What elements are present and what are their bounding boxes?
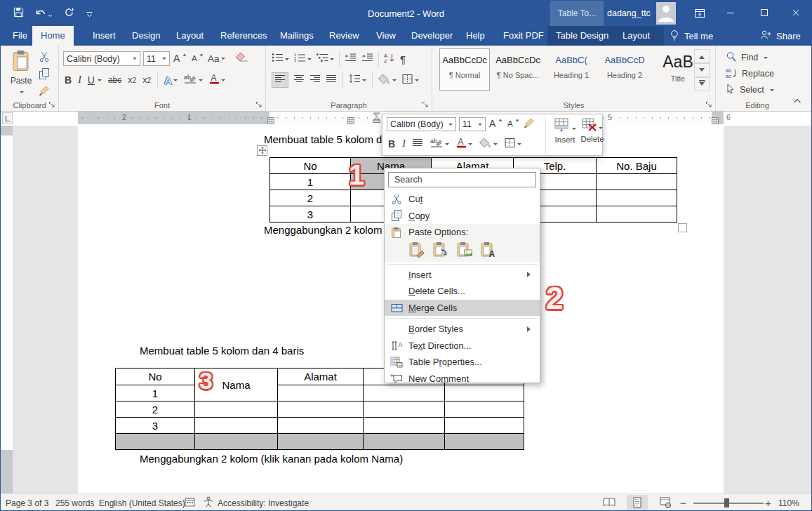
mini-bold-button[interactable]: B (388, 138, 395, 150)
menu-item-cut[interactable]: Cut (385, 191, 540, 208)
table-cell[interactable] (597, 174, 677, 190)
copy-button[interactable] (39, 68, 50, 82)
mini-justify-button[interactable] (413, 138, 423, 150)
zoom-out-button[interactable]: − (680, 494, 686, 511)
redo-button[interactable] (64, 7, 74, 20)
style-heading-2[interactable]: AaBbCcDHeading 2 (599, 48, 650, 91)
mini-grow-font-button[interactable]: A (488, 117, 504, 131)
zoom-slider-thumb[interactable] (724, 498, 729, 507)
highlight-button[interactable]: ab (184, 73, 203, 87)
table-cell[interactable]: 1 (270, 174, 351, 190)
maximize-button[interactable] (750, 1, 779, 26)
styles-more-button[interactable] (694, 77, 710, 91)
bold-button[interactable]: B (65, 74, 72, 86)
table-cell[interactable] (278, 418, 364, 434)
shading-button[interactable] (378, 74, 397, 87)
mini-font-size-combo[interactable]: 11 (459, 117, 486, 131)
table-cell[interactable]: 3 (116, 418, 195, 434)
justify-button[interactable] (326, 74, 337, 86)
font-color-button[interactable]: A (209, 73, 225, 87)
table-header-cell[interactable]: No (270, 158, 351, 174)
page-indicator[interactable]: Page 3 of 3 (6, 494, 48, 511)
show-hide-marks-button[interactable]: ¶ (400, 53, 406, 65)
table-header-cell[interactable]: Alamat (278, 369, 364, 385)
vertical-ruler[interactable] (1, 126, 13, 493)
strikethrough-button[interactable]: abc (108, 75, 121, 85)
paste-option-merge-formatting[interactable] (432, 242, 451, 260)
grow-font-button[interactable]: A (173, 52, 188, 66)
menu-item-text-direction[interactable]: AText Direction... (385, 338, 540, 354)
web-layout-button[interactable] (655, 495, 676, 511)
doc-caption-2[interactable]: Menggabungkan 2 kolom (klik kanan pada k… (140, 453, 403, 465)
tab-developer[interactable]: Developer (411, 26, 453, 46)
sort-button[interactable]: AZ (384, 53, 395, 66)
table-header-cell[interactable]: No. Baju (597, 158, 677, 174)
increase-indent-button[interactable] (361, 53, 373, 65)
text-effects-button[interactable]: A (164, 74, 171, 86)
language-indicator[interactable]: English (United States) (99, 494, 185, 511)
share-button[interactable]: Share (760, 26, 801, 46)
style-no-spac[interactable]: AaBbCcDc¶ No Spac... (493, 48, 543, 91)
tab-review[interactable]: Review (329, 26, 359, 46)
tab-mailings[interactable]: Mailings (280, 26, 314, 46)
tab-references[interactable]: References (220, 26, 267, 46)
tab-home[interactable]: Home (32, 26, 74, 46)
ribbon-display-options-button[interactable] (694, 8, 705, 22)
paste-button[interactable]: Paste (8, 50, 34, 98)
tell-me-box[interactable]: Tell me (670, 26, 713, 46)
menu-item-delete-cells[interactable]: Delete Cells... (385, 283, 540, 300)
tab-table-design-contextual[interactable]: Table Design (556, 26, 608, 46)
table-cell[interactable]: 2 (116, 401, 195, 418)
numbering-button[interactable]: 123 (294, 53, 312, 65)
menu-item-copy[interactable]: Copy (385, 208, 540, 225)
menu-item-border-styles[interactable]: Border Styles (385, 321, 540, 338)
mini-font-name-combo[interactable]: Calibri (Body) (387, 117, 456, 131)
table-cell[interactable]: 3 (270, 206, 351, 223)
collapse-ribbon-button[interactable] (793, 94, 801, 107)
font-size-combo[interactable]: 11 (143, 51, 170, 66)
mini-italic-button[interactable]: I (402, 138, 406, 150)
indent-marker-icon[interactable] (373, 112, 380, 126)
paste-option-picture[interactable] (455, 242, 475, 260)
align-right-button[interactable] (310, 74, 321, 86)
table-cell[interactable] (445, 434, 524, 450)
signed-in-user[interactable]: dadang_ttc (607, 1, 651, 26)
table-move-handle[interactable] (257, 145, 267, 156)
table-cell[interactable] (364, 401, 445, 418)
table-cell[interactable] (445, 385, 524, 401)
mini-font-color-button[interactable]: A (456, 137, 472, 151)
borders-button[interactable] (402, 74, 419, 87)
replace-button[interactable]: abacReplace (726, 66, 774, 81)
mini-shading-button[interactable] (479, 138, 498, 151)
font-name-combo[interactable]: Calibri (Body) (63, 51, 140, 66)
table-cell[interactable] (195, 434, 278, 450)
table-cell[interactable] (278, 434, 364, 450)
read-mode-button[interactable] (599, 495, 620, 511)
table-header-cell[interactable]: No (116, 369, 195, 385)
table-cell[interactable] (364, 418, 445, 434)
menu-item-new-comment[interactable]: New Comment (385, 371, 540, 387)
menu-item-insert[interactable]: Insert (385, 267, 540, 284)
table-cell[interactable] (445, 418, 524, 434)
italic-button[interactable]: I (78, 74, 81, 86)
tab-design[interactable]: Design (132, 26, 160, 46)
tab-stop-selector[interactable] (2, 112, 13, 124)
bullets-button[interactable] (272, 53, 289, 65)
mini-highlight-button[interactable]: ab (430, 137, 449, 151)
multilevel-list-button[interactable] (317, 53, 334, 65)
avatar[interactable] (656, 2, 676, 25)
table-cell[interactable] (597, 206, 677, 223)
shrink-font-button[interactable]: A (191, 52, 205, 66)
mini-shrink-font-button[interactable]: A (507, 117, 521, 131)
cut-button[interactable] (39, 51, 50, 65)
menu-item-table-properties[interactable]: Table Properties... (385, 354, 540, 371)
minimize-button[interactable] (716, 1, 745, 26)
underline-button[interactable]: U (88, 74, 95, 86)
table-cell[interactable]: 2 (270, 190, 351, 206)
print-layout-button[interactable] (627, 495, 648, 511)
paragraph-dialog-launcher[interactable] (421, 100, 430, 109)
tab-file[interactable]: File (13, 26, 27, 46)
style-normal[interactable]: AaBbCcDc¶ Normal (439, 48, 490, 91)
macro-recorder-button[interactable] (185, 494, 195, 511)
table-cell[interactable]: 1 (116, 385, 195, 401)
